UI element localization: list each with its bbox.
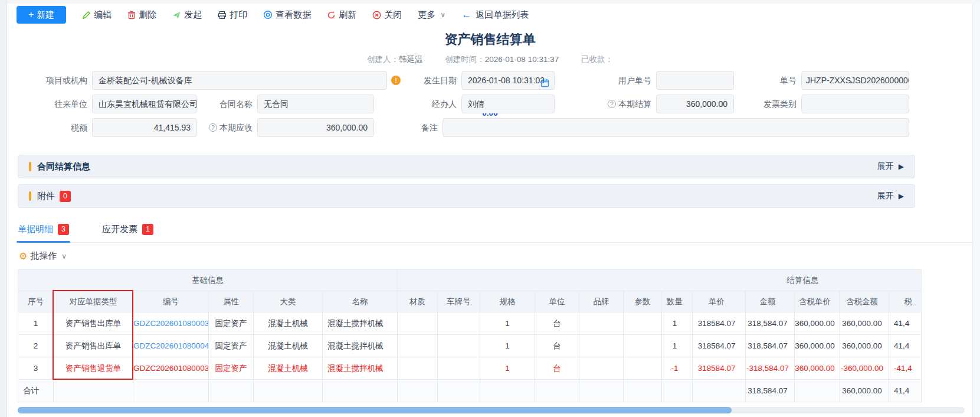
table-cell: 3 [18,357,54,380]
expand-button[interactable]: 展开▶ [877,191,904,201]
column-header[interactable]: 编号 [133,291,209,312]
detail-tabs: 单据明细 3 应开发票 1 [18,216,974,243]
receivable-label: ?本期应收 [177,118,253,137]
table-cell: 1 [480,357,535,380]
tab-document-detail[interactable]: 单据明细 3 [18,216,69,242]
orange-marker-icon [29,162,31,171]
counterparty-field[interactable]: 山东昊宜机械租赁有限公司 [92,95,197,113]
table-header-row: 序号对应单据类型编号属性大类名称材质车牌号规格单位品牌参数数量单价金额含税单价含… [18,291,922,312]
total-cell: 41,4 [889,380,922,402]
doc-number-link[interactable]: GDZC202601080003 [133,319,209,328]
table-cell[interactable]: GDZC202601080004 [133,335,209,357]
total-cell: 合计 [18,380,54,402]
horizontal-scrollbar[interactable] [18,407,965,413]
column-header[interactable]: 单位 [535,291,579,312]
column-header[interactable]: 税 [889,291,922,312]
total-cell [323,380,398,402]
doc-no-field[interactable]: JHZP-ZXXSJSD20260000001 [801,71,909,90]
invoice-type-field[interactable] [801,95,909,113]
contract-name-field[interactable]: 无合同 [257,95,374,113]
user-no-field[interactable] [656,71,734,90]
calendar-icon[interactable] [540,76,549,90]
column-header[interactable]: 单价 [693,291,746,312]
total-cell [133,380,209,402]
remark-field[interactable] [443,118,909,137]
column-header[interactable]: 金额 [746,291,795,312]
invoice-count-badge: 1 [142,224,153,235]
settlement-field[interactable]: 360,000.00 [656,95,734,113]
table-cell [438,335,480,357]
doc-number-link[interactable]: GDZC202601080004 [133,341,209,350]
table-cell: 混凝土搅拌机械 [323,357,398,380]
column-header[interactable]: 含税金额 [840,291,889,312]
info-icon[interactable]: ! [391,76,401,85]
agent-field[interactable]: 刘倩 [461,95,555,113]
table-cell: 台 [535,312,579,335]
column-header[interactable]: 含税单价 [795,291,840,312]
tab-invoice-due[interactable]: 应开发票 1 [102,216,153,242]
date-field[interactable]: 2026-01-08 10:31:03 [461,71,555,90]
total-cell [624,380,662,402]
column-header[interactable]: 大类 [254,291,323,312]
batch-operations-button[interactable]: ⚙ 批操作 ∨ [19,250,67,262]
table-row[interactable]: 3资产销售退货单GDZC202601080003固定资产混凝土机械混凝土搅拌机械… [18,357,922,380]
table-cell: 台 [535,335,579,357]
horizontal-scrollbar-thumb[interactable] [18,407,732,413]
column-header[interactable]: 名称 [323,291,398,312]
total-cell [438,380,480,402]
table-cell [579,357,624,380]
table-group-basic-info: 基础信息 [18,270,398,291]
table-cell [398,312,438,335]
table-cell: 1 [662,335,693,357]
total-cell: 318,584.07 [746,380,795,402]
table-row[interactable]: 1资产销售出库单GDZC202601080003固定资产混凝土机械混凝土搅拌机械… [18,312,922,335]
table-cell: 固定资产 [209,357,254,380]
table-cell: -360,000.00 [840,357,889,380]
contract-settlement-panel[interactable]: 合同结算信息 展开▶ [18,155,915,178]
settlement-label: ?本期结算 [566,95,651,113]
table-cell: 混凝土搅拌机械 [323,335,398,357]
triangle-right-icon: ▶ [899,192,904,200]
column-header[interactable]: 材质 [398,291,438,312]
detail-table: 基础信息结算信息序号对应单据类型编号属性大类名称材质车牌号规格单位品牌参数数量单… [18,269,922,402]
attachments-panel[interactable]: 附件 0 展开▶ [18,184,915,208]
attachments-count-badge: 0 [60,191,71,202]
column-header[interactable]: 属性 [209,291,254,312]
total-cell [662,380,693,402]
project-field[interactable]: 金桥装配公司-机械设备库 [92,71,387,90]
table-cell [624,335,662,357]
column-header[interactable]: 对应单据类型 [54,291,133,312]
column-header[interactable]: 数量 [662,291,693,312]
doc-no-label: 单号 [767,71,797,90]
table-cell: 混凝土机械 [254,357,323,380]
table-cell: 360,000.00 [795,312,840,335]
counterparty-label: 往来单位 [24,95,87,113]
table-group-settlement-info: 结算信息 [398,270,922,291]
column-header[interactable]: 规格 [480,291,535,312]
table-cell [398,335,438,357]
table-cell: 318584.07 [693,357,746,380]
total-cell [54,380,133,402]
column-header[interactable]: 品牌 [579,291,624,312]
table-cell: 2 [18,335,54,357]
receivable-field[interactable]: 360,000.00 [257,118,374,137]
table-cell: 资产销售退货单 [54,357,133,380]
total-cell: 360,000.00 [840,380,889,402]
table-cell [398,357,438,380]
table-row[interactable]: 2资产销售出库单GDZC202601080004固定资产混凝土机械混凝土搅拌机械… [18,335,922,357]
column-header[interactable]: 序号 [18,291,54,312]
total-cell [579,380,624,402]
table-cell: 资产销售出库单 [54,335,133,357]
question-circle-icon[interactable]: ? [608,100,616,108]
table-cell[interactable]: GDZC202601080003 [133,312,209,335]
table-cell [624,357,662,380]
total-cell [535,380,579,402]
column-header[interactable]: 参数 [624,291,662,312]
table-cell: 41,4 [889,335,922,357]
column-header[interactable]: 车牌号 [438,291,480,312]
question-circle-icon[interactable]: ? [209,123,217,132]
expand-button[interactable]: 展开▶ [877,161,904,172]
tax-label: 税额 [24,118,87,137]
triangle-right-icon: ▶ [899,162,904,171]
table-cell [438,357,480,380]
